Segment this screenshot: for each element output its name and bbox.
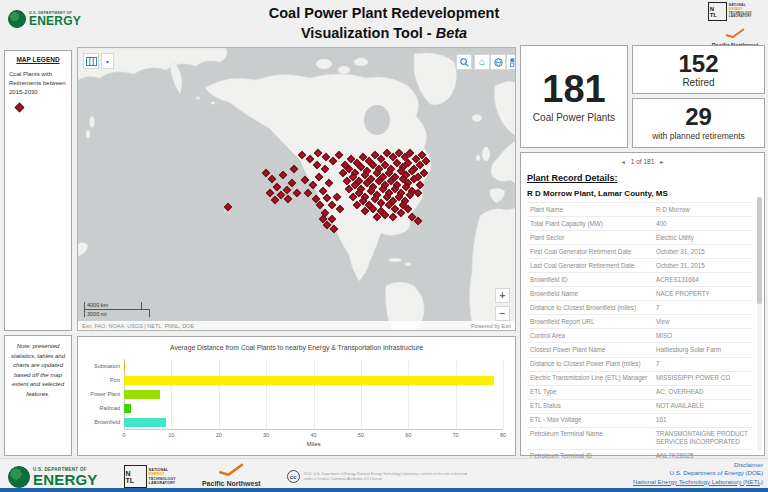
chart-bar: [124, 362, 125, 371]
field-label: Plant Name: [527, 203, 653, 216]
details-subtitle: R D Morrow Plant, Lamar County, MS: [527, 189, 758, 198]
beta-label: Beta: [436, 25, 467, 41]
footer-doe-logo: U.S. DEPARTMENT OF ENERGY: [8, 466, 98, 488]
table-row: Brownfield IDACRES131664: [527, 273, 752, 287]
legend-widget-button[interactable]: [83, 53, 99, 69]
table-row: ETL TypeAC; OVERHEAD: [527, 386, 752, 400]
table-row: Last Coal Generator Retirement DateOctob…: [527, 259, 752, 273]
chart-bar: [124, 376, 494, 385]
field-label: Brownfield ID: [527, 273, 653, 286]
plant-marker[interactable]: [321, 165, 329, 173]
plant-marker[interactable]: [290, 165, 298, 173]
plant-marker[interactable]: [301, 176, 309, 184]
scrollbar-thumb[interactable]: [757, 197, 762, 304]
plant-marker[interactable]: [268, 175, 276, 183]
home-icon: ⌂: [479, 57, 485, 67]
stat-planned-value: 29: [685, 105, 712, 129]
page-title-line1: Coal Power Plant Redevelopment: [0, 3, 768, 23]
plant-marker[interactable]: [414, 189, 422, 197]
chart-title: Average Distance from Coal Plants to nea…: [78, 344, 515, 351]
plant-marker[interactable]: [315, 173, 323, 181]
details-scrollbar[interactable]: [757, 197, 762, 451]
table-row: Brownfield NameNACE PROPERTY: [527, 287, 752, 301]
record-count: 1 of 181: [631, 158, 655, 165]
plant-marker[interactable]: [309, 181, 317, 189]
table-row: ETL StatusNOT AVAILABLE: [527, 400, 752, 414]
field-label: Control Area: [527, 329, 653, 342]
basemap-grid-icon: [510, 58, 517, 67]
chart-x-tick: 0: [122, 432, 125, 438]
plant-marker[interactable]: [328, 201, 336, 209]
powered-by-esri: Powered by Esri: [471, 323, 511, 329]
plant-marker[interactable]: [323, 194, 331, 202]
chart-x-tick: 30: [263, 432, 269, 438]
legend-widget-caret-button[interactable]: ▾: [101, 53, 114, 69]
map-basemap-button[interactable]: [506, 54, 516, 70]
plant-marker[interactable]: [329, 157, 337, 165]
pnnl-chevron-icon: [724, 28, 746, 38]
map-canvas[interactable]: ▾ ⌂ + − 4000 km 3000 mi Esri, FAO, NOAA,…: [77, 47, 516, 331]
table-row: Distance to Closest Power Plant (miles)7: [527, 358, 752, 372]
map-globe-button[interactable]: [490, 54, 506, 70]
footer-link[interactable]: U.S. Department of Energy (DOE): [633, 469, 763, 477]
plant-marker[interactable]: [224, 203, 232, 211]
plant-marker[interactable]: [335, 151, 343, 159]
plant-marker[interactable]: [388, 213, 396, 221]
field-value: NOT AVAILABLE: [653, 400, 752, 413]
legend-item-label: Coal Plants with Retirements between 201…: [9, 70, 67, 97]
details-table: Plant NameR D MorrowTotal Plant Capacity…: [527, 202, 752, 492]
footer-link[interactable]: National Energy Technology Laboratory (N…: [633, 478, 763, 486]
field-label: Petroleum Terminal Name: [527, 428, 653, 449]
field-label: ETL - Max Voltage: [527, 414, 653, 427]
map-home-button[interactable]: ⌂: [474, 54, 490, 70]
map-markers: [78, 48, 515, 330]
map-search-button[interactable]: [456, 54, 472, 70]
stat-total-value: 181: [542, 70, 605, 108]
plant-marker[interactable]: [293, 189, 301, 197]
plant-marker[interactable]: [304, 189, 312, 197]
field-value[interactable]: View: [653, 315, 752, 328]
page-title: Coal Power Plant Redevelopment Visualiza…: [0, 3, 768, 44]
zoom-in-button[interactable]: +: [495, 288, 510, 303]
plant-marker[interactable]: [414, 217, 422, 225]
chart-x-axis: 01020304050607080: [124, 432, 503, 440]
plant-marker[interactable]: [279, 171, 287, 179]
plant-marker[interactable]: [325, 179, 333, 187]
next-record-button[interactable]: ►: [659, 159, 664, 165]
plant-marker[interactable]: [333, 193, 341, 201]
note-panel: Note: presented statistics, tables and c…: [4, 335, 72, 456]
footer-link[interactable]: Disclaimer: [633, 461, 763, 469]
globe-icon: [494, 58, 503, 67]
plant-marker[interactable]: [284, 195, 292, 203]
app-root: U.S. DEPARTMENT OF ENERGY Coal Power Pla…: [0, 0, 768, 492]
attribution-sources: Esri, FAO, NOAA, USGS | NETL, PNNL, DOE: [82, 323, 194, 329]
plant-marker[interactable]: [336, 205, 344, 213]
page-title-line2: Visualization Tool - Beta: [0, 23, 768, 43]
chart-category-label: Substation: [78, 363, 120, 369]
field-label: Closest Power Plant Name: [527, 343, 653, 356]
stat-planned-retirements: 29 with planned retirements: [632, 98, 765, 148]
field-label: Last Coal Generator Retirement Date: [527, 259, 653, 272]
chart-category-label: Power Plant: [78, 391, 120, 397]
netl-box-icon: NTL: [124, 465, 147, 488]
netl-logo: NTL NATIONAL ENERGY TECHNOLOGY LABORATOR…: [708, 2, 752, 21]
prev-record-button[interactable]: ◄: [621, 159, 626, 165]
plant-marker[interactable]: [316, 201, 324, 209]
layers-map-icon: [86, 57, 97, 66]
plant-marker[interactable]: [306, 155, 314, 163]
zoom-out-button[interactable]: −: [495, 306, 510, 321]
chart-category-label: Railroad: [78, 405, 120, 411]
field-value: 7: [653, 301, 752, 314]
plant-marker[interactable]: [288, 179, 296, 187]
creative-commons-icon: cc: [287, 470, 300, 483]
chart-row: Substation: [124, 359, 503, 373]
plant-marker[interactable]: [330, 224, 338, 232]
chart-category-label: Port: [78, 377, 120, 383]
chart-x-tick: 10: [168, 432, 174, 438]
stat-retired: 152 Retired: [632, 45, 765, 94]
footer: U.S. DEPARTMENT OF ENERGY NTL NATIONAL E…: [0, 458, 768, 489]
field-value: MISO: [653, 329, 752, 342]
table-row: Control AreaMISO: [527, 329, 752, 343]
field-value: ACRES131664: [653, 273, 752, 286]
netl-box-icon: NTL: [708, 2, 727, 21]
